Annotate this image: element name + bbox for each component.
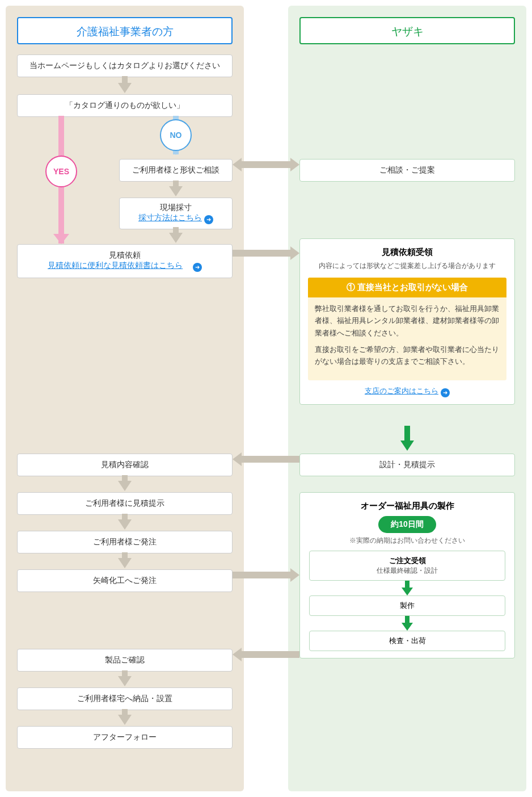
step-after-follow: アフターフォロー bbox=[17, 726, 233, 749]
mfg-sub-ship: 検査・出荷 bbox=[309, 631, 505, 651]
left-header: 介護福祉事業者の方 bbox=[17, 17, 233, 44]
mfg-sub-order: ご注文受領 仕様最終確認・設計 bbox=[309, 551, 505, 581]
arrow-right bbox=[233, 568, 299, 582]
arrow-left bbox=[233, 648, 299, 661]
left-column: 介護福祉事業者の方 当ホームページもしくはカタログよりお選びください 「カタログ… bbox=[6, 6, 244, 791]
estimate-received-title: 見積依頼受領 bbox=[308, 247, 506, 258]
arrow bbox=[404, 426, 410, 441]
no-direct-account-notice: 直接当社とお取引がない場合 弊社取引業者様を通してお取引を行うか、福祉用具卸業者… bbox=[308, 278, 506, 380]
arrow bbox=[118, 519, 132, 530]
mfg-sub-build: 製作 bbox=[309, 595, 505, 616]
step-design-quote: 設計・見積提示 bbox=[299, 454, 515, 476]
arrow bbox=[122, 514, 128, 519]
step-estimate-request: 見積依頼 見積依頼に便利な見積依頼書はこちら bbox=[17, 244, 233, 278]
estimate-title: 見積依頼 bbox=[21, 250, 229, 261]
arrow-icon bbox=[193, 263, 202, 272]
measure-link[interactable]: 採寸方法はこちら bbox=[138, 213, 202, 222]
step-measure: 現場採寸 採寸方法はこちら bbox=[119, 198, 233, 229]
arrow bbox=[118, 676, 132, 686]
mfg-duration-badge: 約10日間 bbox=[378, 516, 436, 533]
mfg-note: ※実際の納期はお問い合わせください bbox=[306, 536, 509, 545]
yes-circle: YES bbox=[45, 156, 77, 187]
arrow bbox=[122, 709, 128, 715]
arrow bbox=[173, 181, 179, 186]
estimate-form-link[interactable]: 見積依頼に便利な見積依頼書はこちら bbox=[48, 261, 183, 270]
step-deliver: ご利用者様宅へ納品・設置 bbox=[17, 687, 233, 710]
flowchart: 介護福祉事業者の方 当ホームページもしくはカタログよりお選びください 「カタログ… bbox=[0, 0, 532, 797]
arrow bbox=[122, 552, 128, 558]
step-user-order: ご利用者様ご発注 bbox=[17, 531, 233, 553]
arrow bbox=[400, 441, 414, 451]
arrow bbox=[122, 670, 128, 676]
step-confirm-estimate: 見積内容確認 bbox=[17, 454, 233, 476]
manufacturing-panel: オーダー福祉用具の製作 約10日間 ※実際の納期はお問い合わせください ご注文受… bbox=[299, 492, 515, 658]
step-want-catalog-item: 「カタログ通りのものが欲しい」 bbox=[17, 94, 233, 117]
step-show-estimate: ご利用者様に見積提示 bbox=[17, 492, 233, 515]
arrow-icon bbox=[441, 388, 450, 397]
estimate-received-panel: 見積依頼受領 内容によっては形状などご提案差し上げる場合があります 直接当社とお… bbox=[299, 238, 515, 405]
arrow bbox=[122, 475, 128, 481]
notice-text-2: 直接お取引をご希望の方、卸業者や取引業者に心当たりがない場合は最寄りの支店までご… bbox=[315, 344, 500, 368]
arrow bbox=[169, 186, 183, 196]
arrow-bidirectional bbox=[233, 158, 299, 171]
notice-text-1: 弊社取引業者様を通してお取引を行うか、福祉用具卸業者様、福祉用具レンタル卸業者様… bbox=[315, 303, 500, 339]
measure-title: 現場採寸 bbox=[123, 203, 229, 213]
arrow bbox=[122, 76, 128, 83]
step-yazaki-consult: ご相談・ご提案 bbox=[299, 159, 515, 182]
arrow bbox=[118, 558, 132, 568]
arrow bbox=[118, 481, 132, 491]
arrow bbox=[169, 233, 183, 243]
mfg-sub-order-sub: 仕様最終確認・設計 bbox=[312, 566, 503, 576]
arrow-left bbox=[233, 452, 299, 466]
no-circle: NO bbox=[160, 119, 192, 151]
step-consult-shape: ご利用者様と形状ご相談 bbox=[119, 159, 233, 182]
step-order-to-yazaki: 矢崎化工へご発注 bbox=[17, 569, 233, 592]
mfg-title: オーダー福祉用具の製作 bbox=[306, 501, 509, 511]
arrow bbox=[173, 227, 179, 233]
mfg-sub-order-title: ご注文受領 bbox=[312, 556, 503, 566]
arrow bbox=[118, 83, 132, 93]
arrow-right bbox=[233, 246, 299, 260]
right-header: ヤザキ bbox=[299, 17, 515, 44]
notice-header: 直接当社とお取引がない場合 bbox=[308, 278, 506, 297]
branch-info-link[interactable]: 支店のご案内はこちら bbox=[365, 387, 438, 395]
arrow-icon bbox=[204, 215, 213, 224]
step-select-from-catalog: 当ホームページもしくはカタログよりお選びください bbox=[17, 54, 233, 77]
right-column: ヤザキ ご相談・ご提案 見積依頼受領 内容によっては形状などご提案差し上げる場合… bbox=[288, 6, 526, 791]
arrow bbox=[118, 715, 132, 725]
step-product-check: 製品ご確認 bbox=[17, 649, 233, 672]
estimate-received-sub: 内容によっては形状などご提案差し上げる場合があります bbox=[308, 261, 506, 271]
